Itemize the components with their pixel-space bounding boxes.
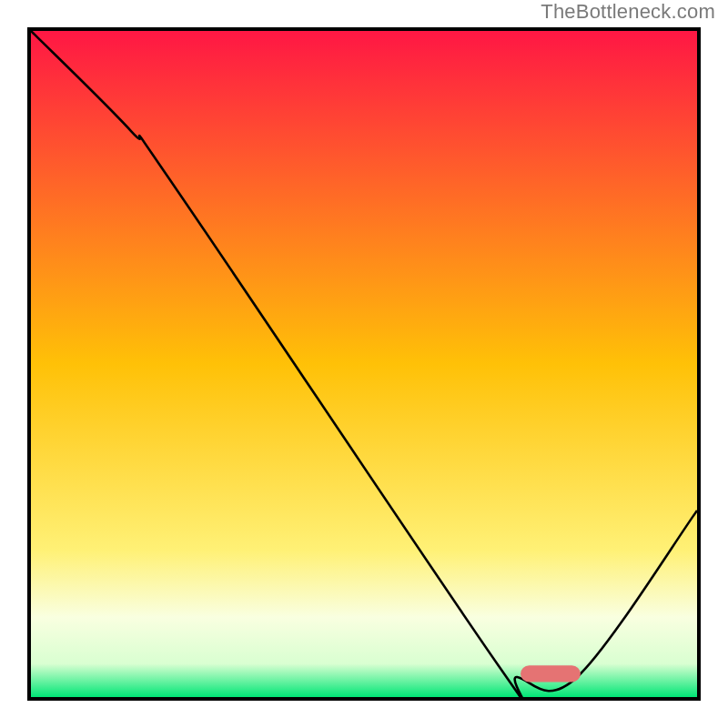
chart-svg	[31, 31, 697, 697]
chart-plot-area	[27, 27, 701, 701]
optimal-marker	[521, 665, 581, 682]
watermark-text: TheBottleneck.com	[541, 0, 715, 24]
